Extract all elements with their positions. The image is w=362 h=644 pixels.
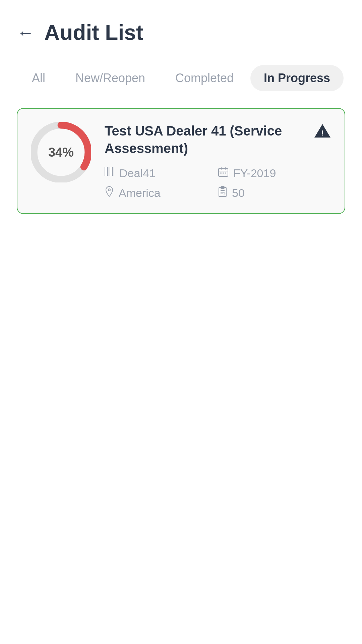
region-value: America xyxy=(119,186,161,200)
svg-rect-18 xyxy=(223,172,224,174)
card-meta: Deal41 FY-2019 xyxy=(105,166,331,200)
region-item: America xyxy=(105,186,218,200)
svg-rect-14 xyxy=(221,167,222,170)
card-content: Test USA Dealer 41 (Service Assessment) … xyxy=(105,122,331,200)
score-value: 50 xyxy=(232,186,245,200)
progress-donut: 34% xyxy=(31,122,91,182)
clipboard-icon xyxy=(218,186,227,200)
page-header: ← Audit List xyxy=(0,0,362,55)
svg-rect-6 xyxy=(107,167,108,176)
tab-new-reopen[interactable]: New/Reopen xyxy=(62,65,159,91)
dealer-id-value: Deal41 xyxy=(119,167,156,180)
back-button[interactable]: ← xyxy=(17,24,34,41)
svg-text:!: ! xyxy=(321,129,323,137)
fiscal-year-item: FY-2019 xyxy=(218,166,331,180)
svg-rect-19 xyxy=(225,172,226,174)
svg-rect-8 xyxy=(110,167,110,176)
card-title: Test USA Dealer 41 (Service Assessment) xyxy=(105,122,314,157)
svg-rect-17 xyxy=(220,172,222,174)
svg-rect-16 xyxy=(219,171,228,171)
warning-icon: ! xyxy=(314,122,331,144)
svg-rect-7 xyxy=(109,167,109,176)
svg-rect-4 xyxy=(105,167,105,176)
svg-rect-11 xyxy=(114,167,114,176)
svg-rect-10 xyxy=(112,167,113,176)
svg-point-20 xyxy=(108,189,110,191)
score-item: 50 xyxy=(218,186,331,200)
calendar-icon xyxy=(218,166,229,180)
barcode-icon xyxy=(105,167,115,180)
dealer-id-item: Deal41 xyxy=(105,166,218,180)
svg-rect-12 xyxy=(105,176,115,177)
tab-all[interactable]: All xyxy=(18,65,59,91)
tab-in-progress[interactable]: In Progress xyxy=(250,65,344,91)
card-header-row: Test USA Dealer 41 (Service Assessment) … xyxy=(105,122,331,166)
fiscal-year-value: FY-2019 xyxy=(233,167,276,180)
audit-list: 34% Test USA Dealer 41 (Service Assessme… xyxy=(0,98,362,224)
location-icon xyxy=(105,186,114,200)
svg-line-26 xyxy=(224,193,225,195)
progress-label: 34% xyxy=(48,145,74,160)
svg-rect-5 xyxy=(106,167,106,176)
tabs-bar: All New/Reopen Completed In Progress xyxy=(0,58,362,98)
page-title: Audit List xyxy=(44,20,143,45)
svg-rect-15 xyxy=(225,167,226,170)
tab-completed[interactable]: Completed xyxy=(162,65,247,91)
audit-card[interactable]: 34% Test USA Dealer 41 (Service Assessme… xyxy=(17,108,345,214)
svg-rect-9 xyxy=(111,167,111,176)
